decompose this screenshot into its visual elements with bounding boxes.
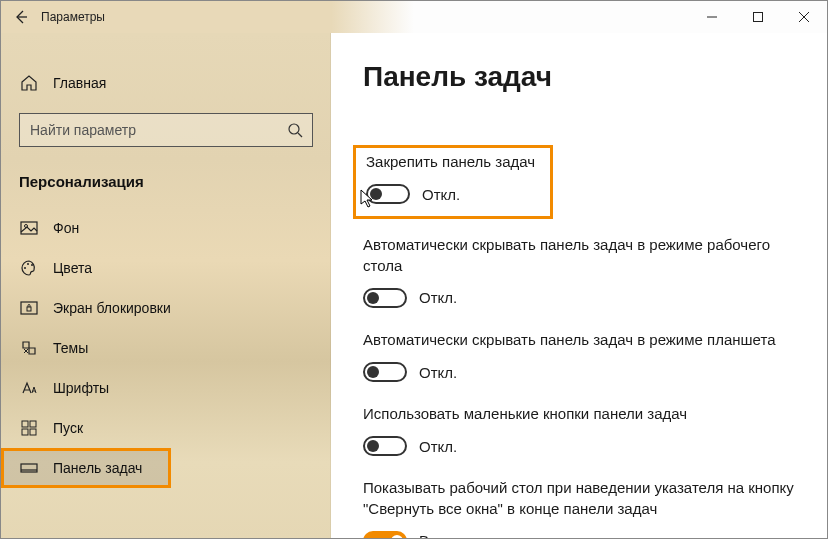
toggle-show-desktop-peek[interactable] [363, 531, 407, 538]
start-menu-icon [19, 418, 39, 438]
sidebar-item-lockscreen[interactable]: Экран блокировки [1, 288, 331, 328]
sidebar-item-label: Шрифты [53, 380, 109, 396]
setting-lock-taskbar-highlight: Закрепить панель задач Откл. [353, 145, 553, 219]
svg-rect-13 [21, 464, 37, 472]
toggle-state: Вкл. [419, 532, 449, 538]
svg-rect-9 [22, 421, 28, 427]
sidebar-item-label: Экран блокировки [53, 300, 171, 316]
sidebar-item-background[interactable]: Фон [1, 208, 331, 248]
toggle-state: Откл. [419, 289, 457, 306]
window-title: Параметры [41, 10, 105, 24]
sidebar-item-colors[interactable]: Цвета [1, 248, 331, 288]
sidebar-item-label: Пуск [53, 420, 83, 436]
sidebar-item-start[interactable]: Пуск [1, 408, 331, 448]
minimize-button[interactable] [689, 1, 735, 33]
svg-rect-12 [30, 429, 36, 435]
toggle-state: Откл. [419, 438, 457, 455]
home-icon [19, 73, 39, 93]
arrow-left-icon [13, 9, 29, 25]
content-area: Панель задач Закрепить панель задач Откл… [331, 33, 827, 538]
sidebar-item-themes[interactable]: Темы [1, 328, 331, 368]
setting-label: Автоматически скрывать панель задач в ре… [363, 235, 795, 276]
themes-icon [19, 338, 39, 358]
fonts-icon [19, 378, 39, 398]
svg-point-5 [27, 263, 29, 265]
lock-screen-icon [19, 298, 39, 318]
maximize-button[interactable] [735, 1, 781, 33]
taskbar-icon [19, 458, 39, 478]
sidebar: Главная Персонализация Фон [1, 33, 331, 538]
toggle-autohide-tablet[interactable] [363, 362, 407, 382]
sidebar-item-label: Панель задач [53, 460, 142, 476]
page-title: Панель задач [363, 61, 795, 93]
close-icon [799, 12, 809, 22]
toggle-state: Откл. [422, 186, 460, 203]
sidebar-home-label: Главная [53, 75, 106, 91]
setting-label: Показывать рабочий стол при наведении ук… [363, 478, 795, 519]
maximize-icon [753, 12, 763, 22]
search-box[interactable] [19, 113, 313, 147]
search-icon [278, 122, 312, 138]
sidebar-item-taskbar[interactable]: Панель задач [1, 448, 171, 488]
toggle-lock-taskbar[interactable] [366, 184, 410, 204]
setting-small-buttons: Использовать маленькие кнопки панели зад… [363, 404, 795, 456]
toggle-state: Откл. [419, 364, 457, 381]
svg-point-4 [24, 267, 26, 269]
sidebar-home[interactable]: Главная [1, 63, 331, 103]
svg-point-6 [31, 264, 33, 266]
svg-rect-7 [21, 302, 37, 314]
toggle-autohide-desktop[interactable] [363, 288, 407, 308]
back-button[interactable] [1, 1, 41, 33]
setting-autohide-desktop: Автоматически скрывать панель задач в ре… [363, 235, 795, 308]
sidebar-item-label: Цвета [53, 260, 92, 276]
setting-show-desktop-peek: Показывать рабочий стол при наведении ук… [363, 478, 795, 538]
minimize-icon [707, 12, 717, 22]
titlebar: Параметры [1, 1, 827, 33]
sidebar-item-label: Фон [53, 220, 79, 236]
setting-autohide-tablet: Автоматически скрывать панель задач в ре… [363, 330, 795, 382]
picture-icon [19, 218, 39, 238]
toggle-small-buttons[interactable] [363, 436, 407, 456]
close-button[interactable] [781, 1, 827, 33]
sidebar-item-label: Темы [53, 340, 88, 356]
svg-rect-11 [22, 429, 28, 435]
setting-label: Использовать маленькие кнопки панели зад… [363, 404, 795, 424]
palette-icon [19, 258, 39, 278]
search-container [1, 109, 331, 155]
svg-rect-10 [30, 421, 36, 427]
setting-label: Автоматически скрывать панель задач в ре… [363, 330, 795, 350]
search-input[interactable] [20, 122, 278, 138]
window-controls [689, 1, 827, 33]
sidebar-category-title: Персонализация [1, 155, 331, 208]
svg-rect-8 [27, 307, 31, 311]
sidebar-item-fonts[interactable]: Шрифты [1, 368, 331, 408]
svg-point-1 [289, 124, 299, 134]
setting-label: Закрепить панель задач [366, 152, 540, 172]
svg-rect-0 [754, 13, 763, 22]
settings-window: Параметры Главная [0, 0, 828, 539]
